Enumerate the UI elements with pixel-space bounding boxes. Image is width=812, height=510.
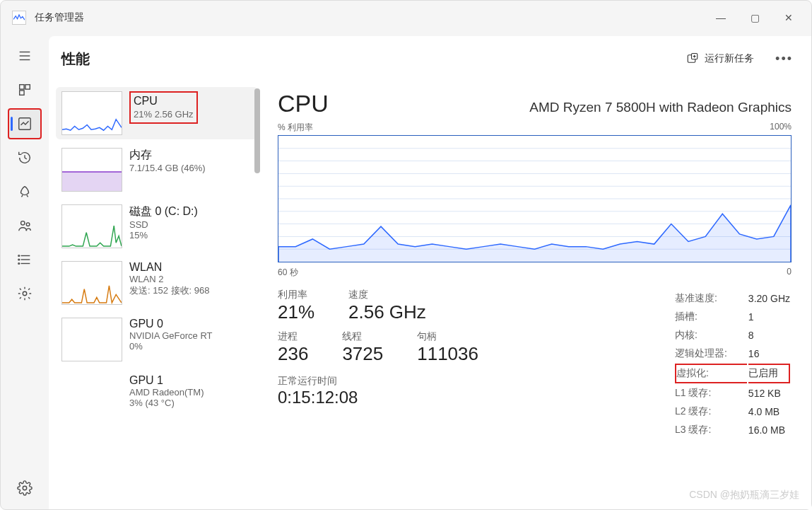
- handles-label: 句柄: [417, 330, 478, 343]
- titlebar: 任务管理器 — ▢ ✕: [1, 1, 811, 35]
- l1-value: 512 KB: [748, 385, 790, 402]
- svg-rect-21: [62, 172, 122, 191]
- speed-value: 2.56 GHz: [348, 301, 426, 323]
- run-new-task-button[interactable]: 运行新任务: [679, 48, 761, 69]
- base-speed-value: 3.20 GHz: [748, 290, 790, 307]
- content: 性能 运行新任务 ••• CPU: [49, 36, 811, 509]
- nav-performance-icon[interactable]: [8, 108, 42, 139]
- nav-menu-icon[interactable]: [8, 40, 42, 71]
- cpu-chart: [278, 135, 792, 262]
- chart-top-right-label: 100%: [770, 122, 792, 134]
- l2-label: L2 缓存:: [675, 403, 747, 420]
- wlan-thumb: [61, 261, 122, 305]
- base-speed-label: 基准速度:: [675, 290, 747, 307]
- l3-label: L3 缓存:: [675, 422, 747, 439]
- svg-point-14: [18, 263, 20, 265]
- proc-value: 236: [278, 343, 308, 365]
- nav-services-icon[interactable]: [8, 278, 42, 309]
- resource-title: 内存: [129, 148, 252, 163]
- close-button[interactable]: ✕: [772, 5, 806, 30]
- resource-sub: 21% 2.56 GHz: [134, 109, 194, 121]
- nav-processes-icon[interactable]: [8, 74, 42, 105]
- svg-point-8: [26, 223, 30, 226]
- resource-title: WLAN: [129, 261, 252, 274]
- page-title: 性能: [61, 50, 90, 69]
- more-button[interactable]: •••: [770, 47, 799, 71]
- resource-item-cpu[interactable]: CPU 21% 2.56 GHz: [56, 87, 258, 139]
- chart-bottom-left-label: 60 秒: [278, 267, 298, 279]
- uptime-label: 正常运行时间: [278, 375, 478, 388]
- resource-sub: 7.1/15.4 GB (46%): [129, 163, 252, 173]
- logical-value: 16: [748, 345, 790, 362]
- logical-label: 逻辑处理器:: [675, 345, 747, 362]
- svg-rect-5: [20, 91, 24, 95]
- l3-value: 16.0 MB: [748, 422, 790, 439]
- svg-rect-4: [25, 85, 30, 89]
- resource-item-gpu0[interactable]: GPU 0 NVIDIA GeForce RT 0%: [56, 313, 258, 366]
- svg-point-12: [18, 255, 20, 257]
- nav-rail: [1, 35, 49, 509]
- resource-sub2: 3% (43 °C): [129, 398, 252, 408]
- sockets-label: 插槽:: [675, 308, 747, 325]
- svg-point-13: [18, 259, 20, 260]
- run-new-task-label: 运行新任务: [705, 52, 754, 65]
- resource-item-gpu1[interactable]: GPU 1 AMD Radeon(TM) 3% (43 °C): [56, 370, 258, 422]
- resource-sub: AMD Radeon(TM): [129, 387, 252, 398]
- window-controls: — ▢ ✕: [704, 5, 806, 30]
- app-icon: [12, 11, 26, 25]
- gpu1-thumb: [61, 374, 122, 418]
- memory-thumb: [61, 148, 122, 192]
- l2-value: 4.0 MB: [748, 403, 790, 420]
- handles-value: 111036: [417, 343, 478, 365]
- body-row: 性能 运行新任务 ••• CPU: [1, 35, 811, 509]
- resource-item-wlan[interactable]: WLAN WLAN 2 发送: 152 接收: 968: [56, 257, 258, 309]
- speed-label: 速度: [348, 289, 426, 301]
- resource-list: CPU 21% 2.56 GHz 内存 7.1/15.4 GB (46%): [49, 81, 261, 509]
- resource-title: CPU: [134, 94, 194, 109]
- l1-label: L1 缓存:: [675, 385, 747, 402]
- svg-rect-3: [20, 85, 24, 89]
- threads-value: 3725: [342, 343, 383, 365]
- gpu0-thumb: [61, 318, 122, 361]
- nav-details-icon[interactable]: [8, 244, 42, 275]
- content-header: 性能 运行新任务 •••: [49, 36, 811, 81]
- chart-bottom-right-label: 0: [787, 267, 792, 279]
- resource-sub: SSD: [129, 219, 252, 230]
- svg-point-16: [23, 486, 27, 490]
- disk-thumb: [61, 204, 122, 248]
- cores-label: 内核:: [675, 327, 747, 344]
- window: 任务管理器 — ▢ ✕: [0, 0, 812, 510]
- stats-right: 基准速度:3.20 GHz 插槽:1 内核:8 逻辑处理器:16 虚拟化:已启用…: [673, 289, 792, 440]
- util-value: 21%: [278, 301, 314, 323]
- resource-item-disk[interactable]: 磁盘 0 (C: D:) SSD 15%: [56, 200, 258, 253]
- resource-sub2: 15%: [129, 230, 252, 240]
- resource-item-memory[interactable]: 内存 7.1/15.4 GB (46%): [56, 144, 258, 196]
- app-title: 任务管理器: [35, 11, 84, 24]
- virt-value: 已启用: [748, 364, 790, 383]
- virt-label: 虚拟化:: [675, 364, 747, 383]
- minimize-button[interactable]: —: [704, 5, 738, 30]
- nav-history-icon[interactable]: [8, 142, 42, 173]
- resource-title: 磁盘 0 (C: D:): [129, 204, 252, 219]
- resource-sub2: 发送: 152 接收: 968: [129, 284, 252, 297]
- content-body: CPU 21% 2.56 GHz 内存 7.1/15.4 GB (46%): [49, 81, 811, 509]
- uptime-value: 0:15:12:08: [278, 388, 478, 407]
- scrollbar-thumb[interactable]: [254, 88, 260, 173]
- resource-title: GPU 1: [129, 374, 252, 387]
- resource-title: GPU 0: [129, 318, 252, 330]
- nav-startup-icon[interactable]: [8, 176, 42, 207]
- util-label: 利用率: [278, 289, 314, 301]
- sockets-value: 1: [748, 308, 790, 325]
- resource-sub2: 0%: [129, 341, 252, 352]
- maximize-button[interactable]: ▢: [738, 5, 772, 30]
- svg-point-7: [21, 221, 25, 226]
- nav-settings-icon[interactable]: [8, 473, 42, 504]
- nav-users-icon[interactable]: [8, 210, 42, 241]
- proc-label: 进程: [278, 330, 308, 343]
- resource-sub: WLAN 2: [129, 274, 252, 284]
- cpu-model: AMD Ryzen 7 5800H with Radeon Graphics: [529, 100, 792, 115]
- scrollbar[interactable]: [254, 88, 261, 272]
- cores-value: 8: [748, 327, 790, 344]
- cpu-highlight: CPU 21% 2.56 GHz: [129, 91, 198, 124]
- main-panel: CPU AMD Ryzen 7 5800H with Radeon Graphi…: [261, 81, 811, 509]
